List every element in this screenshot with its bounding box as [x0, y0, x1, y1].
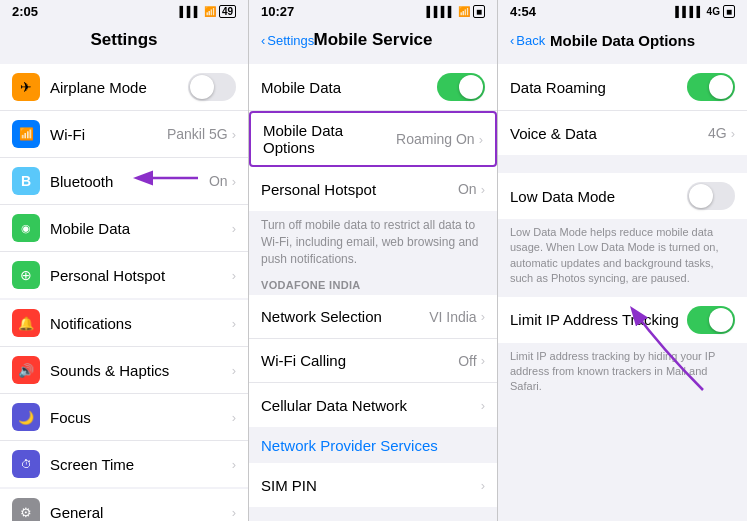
- mobile-data-options-item[interactable]: Mobile Data Options Roaming On ›: [249, 111, 497, 167]
- sidebar-item-wifi[interactable]: 📶 Wi-Fi Pankil 5G ›: [0, 111, 248, 158]
- limit-ip-section: Limit IP Address Tracking: [498, 297, 747, 343]
- wifi-icon: 📶: [12, 120, 40, 148]
- settings-list: ✈ Airplane Mode 📶 Wi-Fi Pankil 5G › B Bl…: [0, 58, 248, 521]
- sim-pin-section: SIM PIN ›: [249, 463, 497, 507]
- limit-ip-item[interactable]: Limit IP Address Tracking: [498, 297, 747, 343]
- sim-pin-item[interactable]: SIM PIN ›: [249, 463, 497, 507]
- hotspot-label: Personal Hotspot: [50, 267, 232, 284]
- bluetooth-label: Bluetooth: [50, 173, 209, 190]
- general-chevron: ›: [232, 505, 236, 520]
- wifi-chevron: ›: [232, 127, 236, 142]
- sim-pin-chevron: ›: [481, 478, 485, 493]
- limit-ip-label: Limit IP Address Tracking: [510, 311, 687, 328]
- cellular-data-network-item[interactable]: Cellular Data Network ›: [249, 383, 497, 427]
- status-bar-p3: 4:54 ▌▌▌▌ 4G ■: [498, 0, 747, 22]
- low-data-mode-toggle[interactable]: [687, 182, 735, 210]
- back-chevron-p2: ‹: [261, 33, 265, 48]
- voice-data-item[interactable]: Voice & Data 4G ›: [498, 111, 747, 155]
- page-title-p1: Settings: [90, 30, 157, 50]
- sidebar-item-airplane-mode[interactable]: ✈ Airplane Mode: [0, 64, 248, 111]
- hotspot-chevron: ›: [232, 268, 236, 283]
- cellular-data-label: Cellular Data Network: [261, 397, 481, 414]
- airplane-mode-label: Airplane Mode: [50, 79, 188, 96]
- mobile-data-main-toggle[interactable]: [437, 73, 485, 101]
- status-bar-p1: 2:05 ▌▌▌ 📶 49: [0, 0, 248, 22]
- mobile-data-options-label: Mobile Data Options: [263, 122, 396, 156]
- data-roaming-toggle[interactable]: [687, 73, 735, 101]
- bluetooth-chevron: ›: [232, 174, 236, 189]
- general-icon: ⚙: [12, 498, 40, 521]
- bluetooth-value: On: [209, 173, 228, 189]
- sidebar-item-mobile-data[interactable]: ◉ Mobile Data ›: [0, 205, 248, 252]
- voice-data-value: 4G: [708, 125, 727, 141]
- notifications-label: Notifications: [50, 315, 232, 332]
- page-title-p3: Mobile Data Options: [550, 32, 695, 49]
- time-p1: 2:05: [12, 4, 38, 19]
- sidebar-item-notifications[interactable]: 🔔 Notifications ›: [0, 300, 248, 347]
- status-bar-p2: 10:27 ▌▌▌▌ 📶 ■: [249, 0, 497, 22]
- page-title-p2: Mobile Service: [313, 30, 432, 50]
- sounds-icon: 🔊: [12, 356, 40, 384]
- airplane-mode-toggle[interactable]: [188, 73, 236, 101]
- signal-icon-p1: ▌▌▌: [180, 6, 201, 17]
- sidebar-item-screen-time[interactable]: ⏱ Screen Time ›: [0, 441, 248, 487]
- wifi-icon-p1: 📶: [204, 6, 216, 17]
- sidebar-item-general[interactable]: ⚙ General ›: [0, 489, 248, 521]
- sidebar-item-focus[interactable]: 🌙 Focus ›: [0, 394, 248, 441]
- wifi-calling-value: Off: [458, 353, 476, 369]
- mobile-data-options-panel: 4:54 ▌▌▌▌ 4G ■ ‹ Back Mobile Data Option…: [498, 0, 747, 521]
- personal-hotspot-chevron: ›: [481, 182, 485, 197]
- data-roaming-item[interactable]: Data Roaming: [498, 64, 747, 111]
- network-selection-label: Network Selection: [261, 308, 429, 325]
- vodafone-section: Network Selection VI India › Wi-Fi Calli…: [249, 295, 497, 427]
- limit-ip-toggle[interactable]: [687, 306, 735, 334]
- signal-icon-p2: ▌▌▌▌: [427, 6, 455, 17]
- section-general: ⚙ General › ☰ Control Centre › ☀ Display…: [0, 489, 248, 521]
- nav-bar-p3: ‹ Back Mobile Data Options: [498, 22, 747, 58]
- nav-bar-p1: Settings: [0, 22, 248, 58]
- screen-time-label: Screen Time: [50, 456, 232, 473]
- back-button-p3[interactable]: ‹ Back: [510, 33, 545, 48]
- status-icons-p3: ▌▌▌▌ 4G ■: [675, 5, 735, 18]
- bluetooth-icon: B: [12, 167, 40, 195]
- vodafone-header: VODAFONE INDIA: [249, 273, 497, 295]
- personal-hotspot-item[interactable]: Personal Hotspot On ›: [249, 167, 497, 211]
- voice-data-label: Voice & Data: [510, 125, 708, 142]
- screen-time-chevron: ›: [232, 457, 236, 472]
- network-selection-value: VI India: [429, 309, 476, 325]
- mobile-data-chevron: ›: [232, 221, 236, 236]
- mobile-data-options-chevron: ›: [479, 132, 483, 147]
- low-data-mode-item[interactable]: Low Data Mode: [498, 173, 747, 219]
- network-selection-item[interactable]: Network Selection VI India ›: [249, 295, 497, 339]
- low-data-mode-section: Low Data Mode: [498, 173, 747, 219]
- screen-time-icon: ⏱: [12, 450, 40, 478]
- wifi-label: Wi-Fi: [50, 126, 167, 143]
- network-provider-services-link[interactable]: Network Provider Services: [261, 437, 438, 454]
- hotspot-icon: ⊕: [12, 261, 40, 289]
- mobile-data-toggle-item[interactable]: Mobile Data: [249, 64, 497, 111]
- time-p2: 10:27: [261, 4, 294, 19]
- data-roaming-section: Data Roaming Voice & Data 4G ›: [498, 64, 747, 155]
- mobile-data-label: Mobile Data: [50, 220, 232, 237]
- nav-bar-p2: ‹ Settings Mobile Service: [249, 22, 497, 58]
- battery-p3: ■: [723, 5, 735, 18]
- settings-panel: 2:05 ▌▌▌ 📶 49 Settings ✈ Airplane Mode 📶…: [0, 0, 249, 521]
- sidebar-item-bluetooth[interactable]: B Bluetooth On ›: [0, 158, 248, 205]
- status-icons-p1: ▌▌▌ 📶 49: [180, 5, 236, 18]
- section-connectivity: ✈ Airplane Mode 📶 Wi-Fi Pankil 5G › B Bl…: [0, 64, 248, 298]
- mobile-data-section: Mobile Data Mobile Data Options Roaming …: [249, 64, 497, 211]
- sidebar-item-sounds[interactable]: 🔊 Sounds & Haptics ›: [0, 347, 248, 394]
- wifi-value: Pankil 5G: [167, 126, 228, 142]
- sim-pin-label: SIM PIN: [261, 477, 481, 494]
- sounds-chevron: ›: [232, 363, 236, 378]
- network-selection-chevron: ›: [481, 309, 485, 324]
- low-data-mode-label: Low Data Mode: [510, 188, 687, 205]
- wifi-calling-item[interactable]: Wi-Fi Calling Off ›: [249, 339, 497, 383]
- back-button-p2[interactable]: ‹ Settings: [261, 33, 314, 48]
- personal-hotspot-item-label: Personal Hotspot: [261, 181, 458, 198]
- focus-chevron: ›: [232, 410, 236, 425]
- sidebar-item-personal-hotspot[interactable]: ⊕ Personal Hotspot ›: [0, 252, 248, 298]
- voice-data-chevron: ›: [731, 126, 735, 141]
- mobile-data-item-label: Mobile Data: [261, 79, 437, 96]
- personal-hotspot-value: On: [458, 181, 477, 197]
